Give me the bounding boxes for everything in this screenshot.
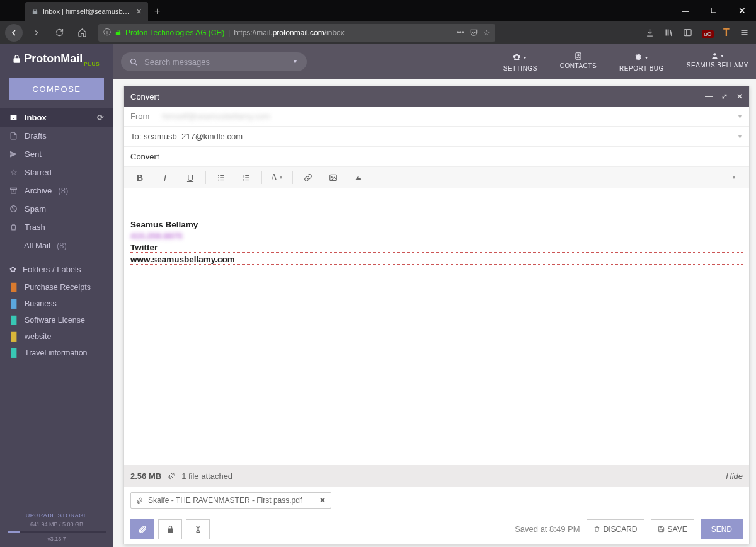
folder-item[interactable]: █Software License [0, 312, 113, 328]
attach-button[interactable] [130, 519, 154, 539]
refresh-icon[interactable]: ⟳ [97, 113, 104, 122]
version-label: v3.13.7 [47, 536, 66, 542]
search-box[interactable]: ▼ [121, 52, 307, 71]
nav-label: Drafts [25, 131, 47, 141]
link-button[interactable] [296, 169, 320, 187]
extension-t-icon[interactable]: T [721, 27, 732, 38]
new-tab-button[interactable]: + [148, 2, 166, 21]
upgrade-storage-link[interactable]: UPGRADE STORAGE [0, 512, 113, 519]
user-menu[interactable]: ▼ SEAMUS BELLAMY [687, 52, 748, 72]
sidebar-item-trash[interactable]: Trash [0, 218, 113, 236]
forward-button[interactable] [28, 24, 45, 42]
svg-rect-21 [245, 175, 249, 175]
compose-window: Convert — ⤢ ✕ From himself@seamusbellamy… [123, 86, 750, 544]
discard-button[interactable]: DISCARD [587, 519, 644, 539]
protonmail-logo[interactable]: ProtonMail PLUS [0, 44, 113, 73]
minimize-compose-icon[interactable]: — [705, 92, 713, 101]
save-button[interactable]: SAVE [651, 519, 694, 539]
sidebar-section-folders[interactable]: ✿ Folders / Labels [0, 260, 113, 279]
svg-line-6 [11, 207, 16, 212]
italic-button[interactable]: I [153, 169, 177, 187]
sidebar-item-spam[interactable]: Spam [0, 200, 113, 218]
image-button[interactable] [321, 169, 345, 187]
contacts-icon [560, 52, 597, 60]
window-controls: — ☐ ✕ [671, 0, 756, 21]
folder-item[interactable]: █Purchase Receipts [0, 279, 113, 296]
user-icon: ▼ [687, 52, 748, 60]
pocket-icon[interactable] [469, 28, 478, 37]
expiration-button[interactable] [186, 519, 210, 539]
chevron-down-icon[interactable]: ▼ [292, 59, 298, 65]
folder-item[interactable]: █Travel information [0, 345, 113, 361]
sidebar-item-drafts[interactable]: Drafts [0, 127, 113, 145]
close-window-button[interactable]: ✕ [728, 0, 756, 21]
browser-tab[interactable]: Inbox | himself@seamusbellam... ✕ [25, 2, 148, 21]
more-icon[interactable]: ••• [456, 28, 464, 37]
compose-button[interactable]: COMPOSE [9, 78, 104, 100]
to-field[interactable]: To: seamusb_217@kindle.com ▼ [124, 127, 749, 147]
signature-twitter-link[interactable]: Twitter [130, 243, 743, 253]
contacts-button[interactable]: CONTACTS [560, 52, 597, 72]
svg-point-14 [218, 179, 219, 180]
brand-tier: PLUS [84, 61, 100, 67]
menu-icon[interactable] [740, 28, 751, 37]
report-bug-button[interactable]: ✹▼ REPORT BUG [619, 52, 664, 72]
send-button[interactable]: SEND [701, 519, 743, 539]
signature-website-link[interactable]: www.seamusbellamy.com [130, 255, 743, 265]
more-format-button[interactable]: ▼ [721, 169, 745, 187]
info-icon[interactable]: ⓘ [103, 27, 111, 38]
count-badge: (8) [57, 241, 67, 250]
sidebar-item-archive[interactable]: Archive (8) [0, 181, 113, 200]
subject-field[interactable]: Convert [124, 147, 749, 167]
folder-label: Purchase Receipts [25, 283, 91, 292]
svg-rect-22 [245, 177, 249, 178]
hide-attachments-button[interactable]: Hide [726, 471, 743, 481]
unordered-list-button[interactable] [209, 169, 233, 187]
from-field[interactable]: From himself@seamusbellamy.com ▼ [124, 107, 749, 127]
minimize-button[interactable]: — [671, 0, 699, 21]
clear-format-button[interactable] [346, 169, 370, 187]
encrypt-button[interactable] [158, 519, 182, 539]
sidebar-item-sent[interactable]: Sent [0, 145, 113, 163]
search-icon [130, 58, 138, 66]
chevron-down-icon[interactable]: ▼ [737, 134, 743, 140]
folder-item[interactable]: █website [0, 328, 113, 345]
spam-icon [9, 205, 18, 213]
sidebar-item-all-mail[interactable]: All Mail (8) [0, 236, 113, 255]
ublock-icon[interactable]: uO [702, 27, 713, 38]
sidebar-icon[interactable] [683, 28, 694, 37]
editor-body[interactable]: Seamus Bellamy 415.259.8875 Twitter www.… [124, 188, 749, 465]
reload-button[interactable] [50, 24, 68, 42]
folder-label: Travel information [25, 348, 88, 357]
nav-label: Spam [25, 204, 46, 214]
underline-button[interactable]: U [178, 169, 202, 187]
folder-item[interactable]: █Business [0, 296, 113, 312]
close-tab-icon[interactable]: ✕ [135, 8, 143, 16]
attachment-chip[interactable]: Skaife - THE RAVENMASTER - First pass.pd… [130, 492, 331, 509]
settings-button[interactable]: ✿▼ SETTINGS [503, 52, 537, 72]
ordered-list-button[interactable]: 123 [234, 169, 258, 187]
close-compose-icon[interactable]: ✕ [736, 92, 743, 101]
certificate-label[interactable]: Proton Technologies AG (CH) [125, 28, 224, 37]
home-button[interactable] [73, 24, 91, 42]
bold-button[interactable]: B [128, 169, 152, 187]
back-button[interactable] [5, 24, 23, 42]
font-button[interactable]: A▼ [265, 169, 289, 187]
search-input[interactable] [144, 57, 286, 67]
compose-title-bar: Convert — ⤢ ✕ [124, 86, 749, 107]
library-icon[interactable] [664, 28, 675, 37]
maximize-button[interactable]: ☐ [699, 0, 728, 21]
sidebar-item-starred[interactable]: ☆ Starred [0, 163, 113, 181]
trash-icon [9, 223, 18, 231]
sidebar-item-inbox[interactable]: Inbox ⟳ [0, 108, 113, 127]
downloads-icon[interactable] [645, 28, 656, 37]
app-root: ProtonMail PLUS COMPOSE Inbox ⟳ Drafts S… [0, 44, 756, 547]
url-bar[interactable]: ⓘ Proton Technologies AG (CH) | https://… [98, 24, 495, 42]
expand-compose-icon[interactable]: ⤢ [721, 92, 728, 101]
to-label: To: [130, 132, 141, 141]
tag-icon: █ [9, 283, 18, 292]
remove-attachment-icon[interactable]: ✕ [319, 496, 326, 505]
chevron-down-icon[interactable]: ▼ [737, 113, 743, 120]
count-badge: (8) [58, 186, 68, 195]
bookmark-icon[interactable]: ☆ [483, 28, 490, 37]
